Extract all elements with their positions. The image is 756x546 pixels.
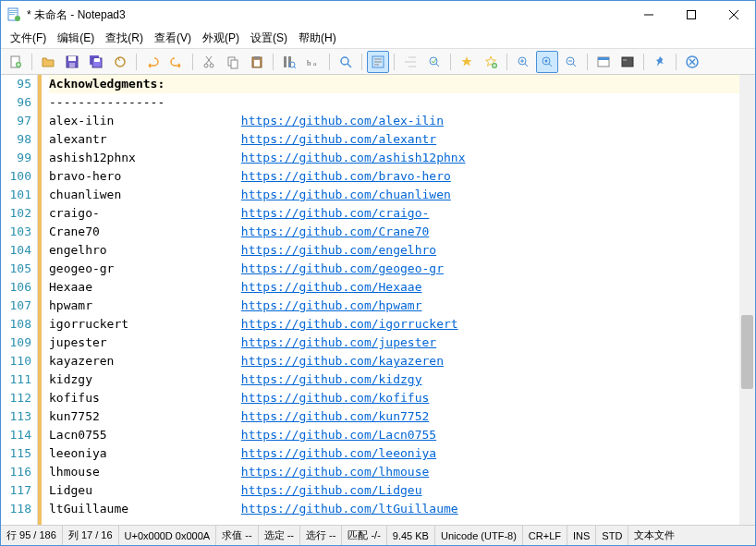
menubar: 文件(F)编辑(E)查找(R)查看(V)外观(P)设置(S)帮助(H)	[1, 29, 755, 49]
svg-point-55	[545, 59, 548, 62]
pin-button[interactable]	[649, 51, 671, 73]
cut-button[interactable]	[198, 51, 220, 73]
svg-rect-1	[9, 10, 17, 11]
undo-button[interactable]	[141, 51, 164, 73]
contributor-link[interactable]: https://github.com/Lacn0755	[241, 428, 436, 442]
titlebar: * 未命名 - Notepad3	[1, 1, 755, 29]
svg-line-32	[294, 67, 296, 68]
word-wrap-button[interactable]	[367, 51, 389, 73]
redo-button[interactable]	[165, 51, 188, 73]
contributor-link[interactable]: https://github.com/jupester	[241, 335, 436, 349]
status-eol[interactable]: CR+LF	[523, 526, 567, 545]
status-column[interactable]: 列 17 / 16	[63, 526, 119, 545]
open-file-button[interactable]	[37, 51, 59, 73]
contributor-link[interactable]: https://github.com/Hexaae	[241, 280, 422, 294]
paste-button[interactable]	[246, 51, 268, 73]
exit-button[interactable]	[681, 51, 703, 73]
contributor-link[interactable]: https://github.com/ashish12phnx	[241, 151, 466, 164]
svg-line-54	[549, 64, 552, 67]
status-value[interactable]: 求值 --	[216, 526, 258, 545]
status-line[interactable]: 行 95 / 186	[1, 526, 63, 545]
contributor-link[interactable]: https://github.com/craigo-	[241, 206, 430, 220]
svg-line-50	[525, 64, 528, 67]
svg-rect-61	[622, 57, 633, 67]
svg-point-35	[341, 57, 348, 65]
contributor-link[interactable]: https://github.com/ltGuillaume	[241, 502, 458, 516]
zoom-button[interactable]	[335, 51, 357, 73]
status-unicode[interactable]: U+0x000D 0x000A	[119, 526, 217, 545]
app-icon	[6, 7, 21, 22]
status-sel-lines[interactable]: 选行 --	[300, 526, 342, 545]
svg-line-45	[436, 64, 439, 67]
zoom-out-button[interactable]	[560, 51, 582, 73]
status-encoding[interactable]: Unicode (UTF-8)	[435, 526, 523, 545]
svg-point-44	[430, 57, 437, 65]
customize-button[interactable]	[616, 51, 639, 73]
contributor-link[interactable]: https://github.com/kofifus	[241, 391, 430, 405]
status-size[interactable]: 9.45 KB	[387, 526, 435, 545]
svg-point-4	[15, 16, 20, 21]
statusbar: 行 95 / 186 列 17 / 16 U+0x000D 0x000A 求值 …	[1, 525, 755, 545]
toolbar: ba	[1, 49, 755, 75]
add-favorite-button[interactable]	[480, 51, 502, 73]
menu-item[interactable]: 外观(P)	[197, 29, 245, 48]
svg-rect-29	[284, 56, 287, 67]
find-button[interactable]	[278, 51, 300, 73]
menu-item[interactable]: 文件(F)	[5, 29, 52, 48]
contributor-link[interactable]: https://github.com/Crane70	[241, 224, 430, 238]
contributor-link[interactable]: https://github.com/bravo-hero	[241, 169, 451, 183]
scrollbar-thumb[interactable]	[741, 315, 753, 389]
new-file-button[interactable]	[5, 51, 27, 73]
close-button[interactable]	[713, 1, 755, 29]
replace-button[interactable]: ba	[302, 51, 324, 73]
contributor-link[interactable]: https://github.com/igorruckert	[241, 317, 458, 331]
line-number-gutter[interactable]: 9596979899100101102103104105106107108109…	[1, 75, 38, 525]
contributor-link[interactable]: https://github.com/kun7752	[241, 409, 430, 423]
svg-point-20	[204, 64, 208, 67]
outdent-button[interactable]	[399, 51, 421, 73]
menu-item[interactable]: 查看(V)	[149, 29, 197, 48]
minimize-button[interactable]	[628, 1, 670, 29]
svg-rect-25	[231, 60, 238, 68]
save-all-button[interactable]	[85, 51, 107, 73]
menu-item[interactable]: 设置(S)	[245, 29, 293, 48]
favorite-button[interactable]	[456, 51, 478, 73]
svg-rect-62	[623, 59, 627, 61]
status-std[interactable]: STD	[596, 526, 628, 545]
maximize-button[interactable]	[670, 1, 713, 29]
contributor-link[interactable]: https://github.com/engelhro	[241, 243, 436, 257]
contributor-link[interactable]: https://github.com/kayazeren	[241, 354, 444, 368]
status-match[interactable]: 匹配 -/-	[342, 526, 386, 545]
zoom-in-button[interactable]	[512, 51, 534, 73]
contributor-link[interactable]: https://github.com/lhmouse	[241, 465, 430, 479]
svg-line-36	[348, 64, 351, 67]
scheme-button[interactable]	[592, 51, 615, 73]
svg-rect-6	[688, 11, 696, 19]
contributor-link[interactable]: https://github.com/alex-ilin	[241, 114, 444, 127]
contributor-link[interactable]: https://github.com/chuanliwen	[241, 188, 451, 201]
menu-item[interactable]: 查找(R)	[100, 29, 149, 48]
svg-rect-18	[94, 58, 100, 62]
status-selection[interactable]: 选定 --	[259, 526, 300, 545]
copy-button[interactable]	[222, 51, 244, 73]
status-insert[interactable]: INS	[567, 526, 596, 545]
svg-rect-3	[9, 14, 15, 15]
save-button[interactable]	[61, 51, 83, 73]
contributor-link[interactable]: https://github.com/Lidgeu	[241, 483, 422, 497]
text-content[interactable]: Acknowledgments:----------------alex-ili…	[42, 75, 739, 525]
contributor-link[interactable]: https://github.com/hpwamr	[241, 298, 422, 312]
svg-rect-60	[598, 57, 609, 60]
contributor-link[interactable]: https://github.com/alexantr	[241, 132, 436, 146]
goto-button[interactable]	[423, 51, 445, 73]
svg-rect-15	[69, 63, 75, 67]
contributor-link[interactable]: https://github.com/kidzgy	[241, 372, 422, 386]
vertical-scrollbar[interactable]	[739, 75, 755, 525]
revert-button[interactable]	[109, 51, 131, 73]
zoom-reset-button[interactable]	[536, 51, 558, 73]
svg-rect-27	[254, 56, 260, 59]
contributor-link[interactable]: https://github.com/leeoniya	[241, 446, 436, 460]
menu-item[interactable]: 帮助(H)	[293, 29, 342, 48]
menu-item[interactable]: 编辑(E)	[52, 29, 100, 48]
status-filetype[interactable]: 文本文件	[628, 526, 755, 545]
contributor-link[interactable]: https://github.com/geogeo-gr	[241, 261, 444, 275]
